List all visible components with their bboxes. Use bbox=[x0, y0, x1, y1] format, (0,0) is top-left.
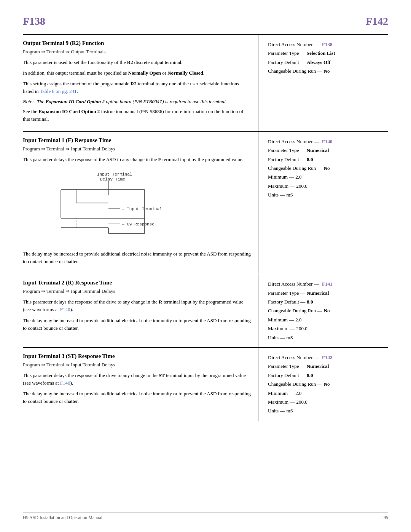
info-factory-value-r: 8.0 bbox=[307, 297, 313, 306]
info-param-f: Parameter Type — Numerical bbox=[268, 146, 388, 155]
info-factory-value-st: 8.0 bbox=[307, 371, 313, 380]
info-factory-r2: Factory Default — Always Off bbox=[268, 58, 388, 67]
section-right-output-terminal-r2: Direct Access Number — F138 Parameter Ty… bbox=[259, 35, 388, 131]
section-output-terminal-r2: Output Terminal 9 (R2) Function Program … bbox=[23, 34, 388, 131]
info-changeable-f: Changeable During Run — No bbox=[268, 164, 388, 173]
info-minimum-label-st: Minimum — bbox=[268, 389, 294, 398]
body-text-f-2: The delay may be increased to provide ad… bbox=[23, 250, 251, 265]
body-text-r-2: The delay may be increased to provide ad… bbox=[23, 317, 251, 332]
info-factory-r: Factory Default — 8.0 bbox=[268, 297, 388, 306]
info-changeable-r: Changeable During Run — No bbox=[268, 306, 388, 315]
body-text-st-2: The delay may be increased to provide ad… bbox=[23, 390, 251, 405]
info-units-label-r: Units — bbox=[268, 333, 285, 342]
info-param-value-st: Numerical bbox=[307, 362, 329, 371]
info-units-st: Units — mS bbox=[268, 406, 388, 415]
body-text-r2-2: In addition, this output terminal must b… bbox=[23, 69, 251, 77]
info-units-label-f: Units — bbox=[268, 190, 285, 199]
section-title-st: Input Terminal 3 (ST) Response Time bbox=[23, 353, 251, 359]
page: F138 F142 Output Terminal 9 (R2) Functio… bbox=[0, 0, 411, 532]
info-factory-f: Factory Default — 8.0 bbox=[268, 155, 388, 164]
info-changeable-st: Changeable During Run — No bbox=[268, 380, 388, 388]
footer-right: 95 bbox=[384, 515, 388, 521]
info-units-value-r: mS bbox=[286, 333, 293, 342]
section-input-terminal-f: Input Terminal 1 (F) Response Time Progr… bbox=[23, 131, 388, 274]
body-text-r2-3: This setting assigns the function of the… bbox=[23, 80, 251, 95]
svg-text:→ G9 Response: → G9 Response bbox=[122, 222, 155, 227]
info-access-number-st: F142 bbox=[322, 353, 332, 362]
info-maximum-value-st: 200.0 bbox=[296, 398, 307, 406]
info-changeable-label-r2: Changeable During Run — bbox=[268, 67, 322, 75]
info-param-label-r: Parameter Type — bbox=[268, 289, 305, 297]
f140-link-r[interactable]: F140 bbox=[60, 307, 70, 312]
f140-link-st[interactable]: F140 bbox=[60, 380, 70, 386]
info-changeable-value-f: No bbox=[324, 164, 330, 173]
info-maximum-value-f: 200.0 bbox=[296, 182, 307, 190]
info-factory-label-f: Factory Default — bbox=[268, 155, 305, 164]
info-block-r2: Direct Access Number — F138 Parameter Ty… bbox=[268, 40, 388, 76]
info-access-label-st: Direct Access Number — bbox=[268, 353, 319, 362]
info-param-value-r: Numerical bbox=[307, 289, 329, 297]
info-units-r: Units — mS bbox=[268, 333, 388, 342]
header-left: F138 bbox=[23, 15, 45, 27]
info-changeable-value-r2: No bbox=[324, 67, 330, 75]
info-access-number-r: F141 bbox=[322, 280, 332, 288]
info-block-r: Direct Access Number — F141 Parameter Ty… bbox=[268, 280, 388, 342]
timing-diagram-svg: Input Terminal Delay Time bbox=[38, 169, 175, 245]
info-factory-label-r2: Factory Default — bbox=[268, 58, 305, 67]
info-minimum-r: Minimum — 2.0 bbox=[268, 315, 388, 324]
info-maximum-f: Maximum — 200.0 bbox=[268, 182, 388, 190]
info-access-label-r2: Direct Access Number — bbox=[268, 40, 319, 49]
note-text: The Expansion IO Card Option 2 option bo… bbox=[37, 99, 227, 105]
info-maximum-r: Maximum — 200.0 bbox=[268, 324, 388, 333]
info-maximum-value-r: 200.0 bbox=[296, 324, 307, 333]
info-param-label-st: Parameter Type — bbox=[268, 362, 305, 371]
section-right-st: Direct Access Number — F142 Parameter Ty… bbox=[259, 348, 388, 421]
section-right-f: Direct Access Number — F140 Parameter Ty… bbox=[259, 132, 388, 274]
info-units-f: Units — mS bbox=[268, 190, 388, 199]
body-text-f-1: This parameter delays the response of th… bbox=[23, 156, 251, 163]
info-param-label-f: Parameter Type — bbox=[268, 146, 305, 155]
note-label: Note: bbox=[23, 99, 34, 105]
info-minimum-label-f: Minimum — bbox=[268, 173, 294, 181]
info-changeable-label-f: Changeable During Run — bbox=[268, 164, 322, 173]
info-minimum-value-f: 2.0 bbox=[295, 173, 301, 181]
info-changeable-value-st: No bbox=[324, 380, 330, 388]
section-title-output-terminal-r2: Output Terminal 9 (R2) Function bbox=[23, 40, 251, 46]
info-param-value-r2: Selection List bbox=[307, 49, 335, 58]
info-factory-value-r2: Always Off bbox=[307, 58, 330, 67]
info-minimum-value-r: 2.0 bbox=[295, 315, 301, 324]
info-changeable-label-r: Changeable During Run — bbox=[268, 306, 322, 315]
breadcrumb-output-terminal-r2: Program ⇒ Terminal ⇒ Output Terminals bbox=[23, 49, 251, 55]
svg-text:→ Input Terminal: → Input Terminal bbox=[122, 207, 162, 211]
info-access-label-r: Direct Access Number — bbox=[268, 280, 319, 288]
info-param-r2: Parameter Type — Selection List bbox=[268, 49, 388, 58]
info-minimum-f: Minimum — 2.0 bbox=[268, 173, 388, 181]
info-access-f: Direct Access Number — F140 bbox=[268, 137, 388, 146]
info-factory-label-r: Factory Default — bbox=[268, 297, 305, 306]
info-units-value-f: mS bbox=[286, 190, 293, 199]
info-minimum-st: Minimum — 2.0 bbox=[268, 389, 388, 398]
info-maximum-label-f: Maximum — bbox=[268, 182, 295, 190]
section-title-f: Input Terminal 1 (F) Response Time bbox=[23, 137, 251, 144]
info-factory-label-st: Factory Default — bbox=[268, 371, 305, 380]
info-block-st: Direct Access Number — F142 Parameter Ty… bbox=[268, 353, 388, 415]
info-access-label-f: Direct Access Number — bbox=[268, 137, 319, 146]
header-right: F142 bbox=[366, 15, 388, 27]
info-param-label-r2: Parameter Type — bbox=[268, 49, 305, 58]
section-input-terminal-r: Input Terminal 2 (R) Response Time Progr… bbox=[23, 274, 388, 347]
info-param-r: Parameter Type — Numerical bbox=[268, 289, 388, 297]
section-right-r: Direct Access Number — F141 Parameter Ty… bbox=[259, 274, 388, 347]
info-access-number-f: F140 bbox=[322, 137, 332, 146]
info-param-value-f: Numerical bbox=[307, 146, 329, 155]
section-left-f: Input Terminal 1 (F) Response Time Progr… bbox=[23, 132, 259, 274]
info-access-r: Direct Access Number — F141 bbox=[268, 280, 388, 288]
info-param-st: Parameter Type — Numerical bbox=[268, 362, 388, 371]
section-left-output-terminal-r2: Output Terminal 9 (R2) Function Program … bbox=[23, 35, 259, 131]
svg-text:Input Terminal: Input Terminal bbox=[97, 172, 132, 177]
breadcrumb-f: Program ⇒ Terminal ⇒ Input Terminal Dela… bbox=[23, 146, 251, 152]
info-maximum-label-st: Maximum — bbox=[268, 398, 295, 406]
info-factory-st: Factory Default — 8.0 bbox=[268, 371, 388, 380]
table8-link[interactable]: Table 8 on pg. 241 bbox=[40, 88, 77, 94]
body-text-st-1: This parameter delays the response of th… bbox=[23, 372, 251, 387]
diagram-f-response: Input Terminal Delay Time bbox=[38, 169, 251, 246]
